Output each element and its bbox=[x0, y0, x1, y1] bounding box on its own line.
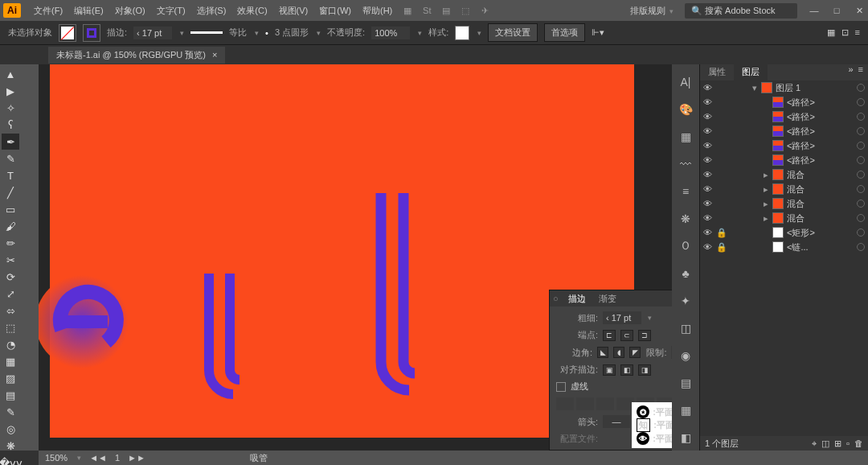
menu-help[interactable]: 帮助(H) bbox=[358, 2, 397, 19]
document-tab[interactable]: 未标题-1.ai @ 150% (RGB/GPU 预览) × bbox=[48, 47, 225, 64]
stroke-weight-input[interactable]: ‹ 17 pt bbox=[133, 27, 172, 39]
magic-wand-tool[interactable]: ✧ bbox=[2, 100, 19, 116]
target-icon[interactable] bbox=[857, 127, 865, 135]
target-icon[interactable] bbox=[857, 156, 865, 164]
scale-tool[interactable]: ⤢ bbox=[2, 286, 19, 302]
layer-row[interactable]: 👁<路径> bbox=[700, 153, 868, 167]
lock-icon[interactable]: 🔒 bbox=[716, 228, 727, 238]
gradient-tab[interactable]: 渐变 bbox=[592, 291, 623, 307]
menu-select[interactable]: 选择(S) bbox=[192, 2, 231, 19]
visibility-icon[interactable]: 👁 bbox=[702, 83, 713, 93]
selection-tool[interactable]: ▲ bbox=[2, 66, 19, 82]
canvas-area[interactable]: ○ 描边 渐变 » ≡ 粗细: ‹ 17 pt▾ 端点: ⊏ ⊂ ⊐ 边角: ◣… bbox=[39, 64, 672, 451]
properties-tab[interactable]: 属性 bbox=[700, 64, 734, 80]
menu-type[interactable]: 文字(T) bbox=[152, 2, 190, 19]
cap-projecting[interactable]: ⊐ bbox=[638, 330, 651, 341]
zoom-level[interactable]: 150% bbox=[45, 453, 68, 463]
free-transform-tool[interactable]: ⬚ bbox=[2, 319, 19, 335]
arrow-start[interactable]: — bbox=[603, 415, 630, 428]
visibility-icon[interactable]: 👁 bbox=[702, 112, 713, 121]
maximize-icon[interactable]: □ bbox=[831, 5, 842, 16]
visibility-icon[interactable]: 👁 bbox=[702, 126, 713, 136]
limit-input[interactable]: 10 bbox=[671, 346, 672, 359]
target-icon[interactable] bbox=[857, 171, 865, 179]
visibility-icon[interactable]: 👁 bbox=[702, 242, 713, 252]
workspace-switcher[interactable]: 排版规则 ▾ bbox=[625, 2, 678, 19]
target-icon[interactable] bbox=[857, 98, 865, 106]
layer-row[interactable]: 👁▸混合 bbox=[700, 167, 868, 182]
layer-name[interactable]: 混合 bbox=[787, 198, 805, 210]
close-tab-icon[interactable]: × bbox=[212, 50, 217, 60]
layer-row[interactable]: 👁🔒<链... bbox=[700, 240, 868, 254]
target-icon[interactable] bbox=[857, 228, 865, 237]
target-icon[interactable] bbox=[857, 200, 865, 208]
assets-icon[interactable]: ▦ bbox=[678, 402, 694, 418]
blend-tool[interactable]: ◎ bbox=[2, 421, 19, 437]
brush-label[interactable]: 3 点圆形 bbox=[275, 27, 309, 39]
artboard[interactable] bbox=[50, 64, 634, 438]
layer-name[interactable]: <路径> bbox=[787, 97, 815, 109]
rectangle-tool[interactable]: ▭ bbox=[2, 201, 19, 217]
make-clip-icon[interactable]: ◫ bbox=[821, 438, 829, 449]
layer-row[interactable]: 👁▸混合 bbox=[700, 196, 868, 211]
eraser-tool[interactable]: ✂ bbox=[2, 252, 19, 268]
dropdown-icon[interactable]: ▾ bbox=[418, 29, 422, 37]
type-icon[interactable]: Ｏ bbox=[678, 238, 694, 254]
layer-name[interactable]: 混合 bbox=[787, 183, 805, 195]
style-swatch[interactable] bbox=[455, 26, 469, 40]
opacity-input[interactable]: 100% bbox=[371, 27, 410, 39]
twirl-icon[interactable]: ▾ bbox=[751, 83, 758, 93]
menu-effect[interactable]: 效果(C) bbox=[232, 2, 272, 19]
layer-row[interactable]: 👁🔒<矩形> bbox=[700, 225, 868, 240]
delete-layer-icon[interactable]: 🗑 bbox=[854, 438, 863, 449]
corner-round[interactable]: ◖ bbox=[613, 347, 624, 358]
rotate-tool[interactable]: ⟳ bbox=[2, 269, 19, 285]
panel-collapse-icon[interactable]: » bbox=[848, 64, 853, 80]
page-number[interactable]: 1 bbox=[115, 453, 120, 463]
direct-selection-tool[interactable]: ▶ bbox=[2, 83, 19, 99]
minimize-icon[interactable]: — bbox=[809, 5, 820, 16]
target-icon[interactable] bbox=[857, 84, 865, 92]
layer-name[interactable]: <矩形> bbox=[787, 227, 815, 239]
menubar-icon[interactable]: ✈ bbox=[477, 3, 492, 18]
cap-round[interactable]: ⊂ bbox=[620, 330, 633, 341]
align-center[interactable]: ▣ bbox=[603, 364, 616, 376]
layers-icon[interactable]: ▤ bbox=[678, 375, 694, 391]
locate-layer-icon[interactable]: ⌖ bbox=[812, 438, 817, 449]
search-stock[interactable]: 🔍 搜索 Adobe Stock bbox=[685, 3, 797, 19]
curvature-tool[interactable]: ✎ bbox=[2, 150, 19, 167]
nav-next[interactable]: ►► bbox=[128, 453, 145, 463]
align-inside[interactable]: ◧ bbox=[620, 364, 633, 376]
nav-prev[interactable]: ◄◄ bbox=[89, 453, 107, 463]
lasso-tool[interactable]: ʕ bbox=[2, 117, 19, 133]
layer-name[interactable]: <路径> bbox=[787, 140, 815, 152]
target-icon[interactable] bbox=[857, 113, 865, 121]
layer-row[interactable]: 👁<路径> bbox=[700, 95, 868, 109]
visibility-icon[interactable]: 👁 bbox=[702, 199, 713, 208]
target-icon[interactable] bbox=[857, 243, 865, 251]
gradient-tool[interactable]: ▤ bbox=[2, 387, 19, 403]
width-tool[interactable]: ⬄ bbox=[2, 302, 19, 319]
menu-view[interactable]: 视图(V) bbox=[274, 2, 313, 19]
dashed-checkbox[interactable] bbox=[556, 382, 566, 392]
target-icon[interactable] bbox=[857, 214, 865, 222]
layer-row[interactable]: 👁<路径> bbox=[700, 138, 868, 153]
line-tool[interactable]: ╱ bbox=[2, 184, 19, 200]
symbol-sprayer-tool[interactable]: ❋ bbox=[2, 438, 19, 454]
menu-object[interactable]: 对象(O) bbox=[110, 2, 150, 19]
layer-name[interactable]: 图层 1 bbox=[776, 82, 800, 94]
twirl-icon[interactable]: ▸ bbox=[763, 199, 769, 209]
swatches-icon[interactable]: ▦ bbox=[678, 129, 694, 145]
libraries-icon[interactable]: ◧ bbox=[678, 430, 694, 446]
layer-row[interactable]: 👁▾图层 1 bbox=[700, 80, 868, 95]
menubar-icon[interactable]: St bbox=[420, 3, 434, 18]
pen-tool[interactable]: ✒ bbox=[2, 134, 19, 150]
target-icon[interactable] bbox=[857, 142, 865, 150]
layer-name[interactable]: <路径> bbox=[787, 126, 815, 138]
stroke-tab[interactable]: 描边 bbox=[562, 291, 592, 307]
fill-swatch[interactable] bbox=[59, 24, 76, 42]
visibility-icon[interactable]: 👁 bbox=[702, 213, 713, 223]
paintbrush-tool[interactable]: 🖌 bbox=[2, 218, 19, 234]
layer-name[interactable]: <路径> bbox=[787, 111, 815, 123]
twirl-icon[interactable]: ▸ bbox=[763, 170, 769, 180]
